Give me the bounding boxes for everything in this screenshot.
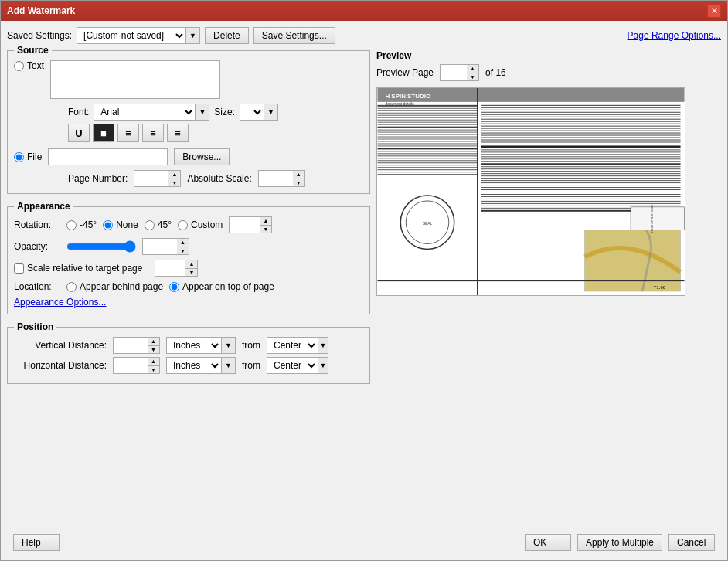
absolute-scale-down[interactable]: ▼ bbox=[293, 179, 304, 187]
vertical-up[interactable]: ▲ bbox=[148, 338, 159, 346]
text-input[interactable] bbox=[50, 60, 220, 99]
rotation-custom-spinner[interactable]: 0° ▲ ▼ bbox=[229, 216, 272, 233]
rotation-custom-up[interactable]: ▲ bbox=[260, 217, 271, 226]
svg-rect-45 bbox=[481, 124, 680, 124]
align-right-button[interactable]: ≡ bbox=[167, 124, 189, 142]
absolute-scale-up[interactable]: ▲ bbox=[293, 171, 304, 179]
close-button[interactable]: ✕ bbox=[707, 4, 721, 18]
svg-text:H SPIN STUDIO: H SPIN STUDIO bbox=[385, 93, 430, 100]
opacity-up[interactable]: ▲ bbox=[177, 239, 189, 247]
svg-rect-19 bbox=[377, 141, 477, 141]
location-top-label[interactable]: Appear on top of page bbox=[169, 281, 274, 292]
rotation-none-label[interactable]: None bbox=[103, 219, 138, 230]
page-number-up[interactable]: ▲ bbox=[168, 171, 180, 179]
scale-checkbox[interactable] bbox=[14, 264, 24, 274]
preview-page-arrows[interactable]: ▲ ▼ bbox=[467, 64, 479, 81]
vertical-from-select[interactable]: Center bbox=[267, 338, 318, 353]
rotation-custom-down[interactable]: ▼ bbox=[260, 226, 271, 233]
location-behind-label[interactable]: Appear behind page bbox=[66, 281, 163, 292]
apply-to-multiple-button[interactable]: Apply to Multiple bbox=[577, 534, 662, 551]
text-source-row: Text bbox=[14, 60, 363, 99]
scale-up[interactable]: ▲ bbox=[185, 260, 197, 269]
absolute-scale-spinner[interactable]: 100 ▲ ▼ bbox=[258, 170, 305, 187]
page-number-down[interactable]: ▼ bbox=[168, 179, 180, 187]
horizontal-down[interactable]: ▼ bbox=[148, 366, 159, 374]
horizontal-up[interactable]: ▲ bbox=[148, 358, 159, 366]
vertical-spinner[interactable]: 0 ▲ ▼ bbox=[113, 337, 160, 354]
scale-spinner[interactable]: 50% ▲ ▼ bbox=[155, 260, 198, 277]
rotation-neg45[interactable] bbox=[66, 220, 77, 230]
preview-page-down[interactable]: ▼ bbox=[467, 73, 478, 81]
saved-settings-dropdown[interactable]: [Custom-not saved] ▼ bbox=[77, 27, 200, 44]
scale-checkbox-label[interactable]: Scale relative to target page bbox=[14, 263, 142, 274]
horizontal-unit-select[interactable]: Inches bbox=[167, 358, 221, 373]
vertical-unit-dropdown[interactable]: Inches ▼ bbox=[166, 337, 236, 354]
rotation-custom-arrows[interactable]: ▲ ▼ bbox=[260, 216, 272, 233]
browse-button[interactable]: Browse... bbox=[174, 148, 230, 165]
preview-page-spinner[interactable]: 1 ▲ ▼ bbox=[440, 64, 479, 81]
help-button[interactable]: Help bbox=[13, 534, 60, 551]
vertical-down[interactable]: ▼ bbox=[148, 346, 159, 354]
horizontal-unit-dropdown[interactable]: Inches ▼ bbox=[166, 357, 236, 374]
align-left-button[interactable]: ≡ bbox=[117, 124, 139, 142]
vertical-arrows[interactable]: ▲ ▼ bbox=[148, 337, 160, 354]
rotation-none[interactable] bbox=[103, 220, 113, 230]
location-behind[interactable] bbox=[66, 282, 77, 292]
text-radio-label[interactable]: Text bbox=[14, 60, 44, 71]
vertical-input[interactable]: 0 bbox=[113, 337, 148, 354]
horizontal-from-select[interactable]: Center bbox=[267, 358, 318, 373]
svg-rect-25 bbox=[377, 155, 477, 156]
horizontal-arrows[interactable]: ▲ ▼ bbox=[148, 357, 160, 374]
preview-page-input[interactable]: 1 bbox=[440, 64, 467, 81]
page-range-options-button[interactable]: Page Range Options... bbox=[628, 30, 721, 41]
opacity-down[interactable]: ▼ bbox=[177, 247, 189, 255]
horizontal-spinner[interactable]: 0 ▲ ▼ bbox=[113, 357, 160, 374]
opacity-input[interactable]: 100% bbox=[142, 238, 177, 255]
save-settings-button[interactable]: Save Settings... bbox=[253, 27, 335, 44]
rotation-custom[interactable] bbox=[178, 220, 188, 230]
appearance-options-button[interactable]: Appearance Options... bbox=[14, 297, 106, 308]
svg-rect-75 bbox=[481, 196, 680, 197]
font-dropdown[interactable]: Arial ▼ bbox=[94, 104, 209, 121]
horizontal-from-dropdown[interactable]: Center ▼ bbox=[267, 357, 328, 374]
scale-arrows[interactable]: ▲ ▼ bbox=[185, 260, 198, 277]
file-radio[interactable] bbox=[14, 152, 24, 162]
text-radio[interactable] bbox=[14, 61, 24, 71]
page-number-input[interactable]: 1 bbox=[134, 170, 168, 187]
rotation-45[interactable] bbox=[145, 220, 155, 230]
svg-rect-58 bbox=[481, 156, 680, 157]
underline-button[interactable]: U bbox=[68, 124, 90, 142]
rotation-neg45-label[interactable]: -45° bbox=[66, 219, 97, 230]
scale-down[interactable]: ▼ bbox=[185, 269, 197, 277]
svg-rect-18 bbox=[377, 139, 477, 140]
svg-rect-8 bbox=[377, 115, 477, 116]
absolute-scale-input[interactable]: 100 bbox=[258, 170, 293, 187]
size-dropdown[interactable]: ▼ bbox=[240, 104, 278, 121]
scale-input[interactable]: 50% bbox=[155, 260, 185, 277]
file-radio-label[interactable]: File bbox=[14, 151, 42, 162]
absolute-scale-arrows[interactable]: ▲ ▼ bbox=[293, 170, 305, 187]
page-number-arrows[interactable]: ▲ ▼ bbox=[168, 170, 181, 187]
ok-button[interactable]: OK bbox=[525, 534, 571, 551]
rotation-custom-input[interactable]: 0° bbox=[229, 216, 260, 233]
align-center-button[interactable]: ≡ bbox=[142, 124, 164, 142]
location-top[interactable] bbox=[169, 282, 179, 292]
page-number-spinner[interactable]: 1 ▲ ▼ bbox=[134, 170, 181, 187]
horizontal-input[interactable]: 0 bbox=[113, 357, 148, 374]
color-button[interactable]: ■ bbox=[93, 124, 114, 142]
preview-page-up[interactable]: ▲ bbox=[467, 65, 478, 73]
saved-settings-select[interactable]: [Custom-not saved] bbox=[77, 28, 185, 43]
cancel-button[interactable]: Cancel bbox=[668, 534, 715, 551]
opacity-spinner[interactable]: 100% ▲ ▼ bbox=[142, 238, 189, 255]
source-label: Source bbox=[14, 45, 52, 56]
rotation-45-label[interactable]: 45° bbox=[145, 219, 172, 230]
size-select[interactable] bbox=[240, 104, 264, 120]
file-path-input[interactable]: DHAStamp17-1.jpg bbox=[48, 148, 168, 165]
vertical-unit-select[interactable]: Inches bbox=[167, 338, 221, 353]
opacity-slider[interactable] bbox=[66, 240, 136, 253]
opacity-arrows[interactable]: ▲ ▼ bbox=[177, 238, 189, 255]
font-select[interactable]: Arial bbox=[94, 104, 195, 120]
delete-button[interactable]: Delete bbox=[205, 27, 249, 44]
rotation-custom-label[interactable]: Custom bbox=[178, 219, 223, 230]
vertical-from-dropdown[interactable]: Center ▼ bbox=[267, 337, 328, 354]
